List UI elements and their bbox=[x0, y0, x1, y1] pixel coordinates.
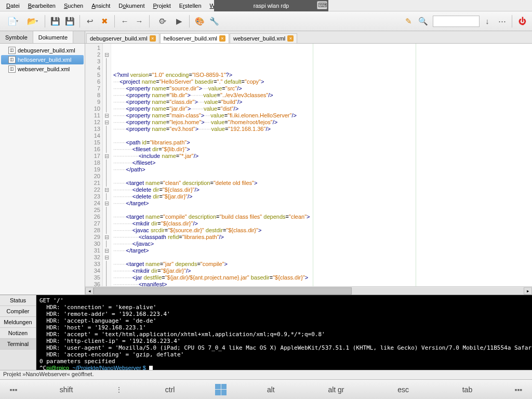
quit-button[interactable]: ⏻ bbox=[515, 15, 529, 28]
osk-left-icon[interactable]: ▪▪▪ bbox=[6, 384, 21, 395]
tab-documents[interactable]: Dokumente bbox=[33, 31, 73, 43]
menu-ansicht[interactable]: Ansicht bbox=[87, 2, 114, 10]
rdp-title-overlay: raspi wlan rdp bbox=[214, 0, 328, 11]
file-tab[interactable]: helloserver_build.xml× bbox=[160, 33, 229, 43]
close-icon[interactable]: × bbox=[150, 35, 156, 42]
osk-tab[interactable]: tab bbox=[448, 382, 487, 397]
main-area: Symbole Dokumente ◫debugserver_build.xml… bbox=[0, 31, 532, 295]
osk-alt[interactable]: alt bbox=[252, 382, 289, 397]
windows-logo-icon[interactable] bbox=[214, 384, 228, 395]
save-all-button[interactable]: 💾 bbox=[63, 15, 76, 28]
goto-line-button[interactable]: ↓ bbox=[481, 15, 494, 28]
editor-area: debugserver_build.xml×helloserver_build.… bbox=[85, 31, 532, 295]
keyboard-icon[interactable] bbox=[317, 1, 327, 9]
nav-back-button[interactable]: ← bbox=[118, 15, 131, 28]
tree-item[interactable]: ◫webserver_build.xml bbox=[0, 64, 85, 74]
bottom-tab-notizen[interactable]: Notizen bbox=[0, 328, 36, 339]
tree-item[interactable]: ◫debugserver_build.xml bbox=[0, 46, 85, 55]
osk-altgr[interactable]: alt gr bbox=[313, 382, 358, 397]
bottom-tab-meldungen[interactable]: Meldungen bbox=[0, 317, 36, 328]
horizontal-scrollbar[interactable]: ◂ ▸ bbox=[85, 286, 532, 295]
close-button[interactable]: ✖ bbox=[98, 15, 111, 28]
osk-shift[interactable]: shift bbox=[45, 382, 88, 397]
code-content[interactable]: <?xml version="1.0" encoding="ISO-8859-1… bbox=[111, 44, 532, 286]
misc-button[interactable]: ⋯ bbox=[495, 15, 509, 28]
on-screen-keyboard: ▪▪▪ shift ⋮ ctrl alt alt gr esc tab ▪▪▪ bbox=[0, 379, 532, 399]
find-button[interactable]: 🔍 bbox=[416, 15, 430, 28]
new-file-button[interactable]: 📄▾ bbox=[3, 15, 22, 28]
bottom-tab-status[interactable]: Status bbox=[0, 295, 36, 306]
document-tree[interactable]: ◫debugserver_build.xml◫helloserver_build… bbox=[0, 44, 85, 295]
scroll-left-arrow[interactable]: ◂ bbox=[85, 287, 94, 295]
jump-button[interactable]: ✎ bbox=[402, 15, 415, 28]
nav-forward-button[interactable]: → bbox=[132, 15, 146, 28]
menu-dokument[interactable]: Dokument bbox=[114, 2, 149, 10]
bottom-panel: StatusCompilerMeldungenNotizenTerminal G… bbox=[0, 295, 532, 370]
separator bbox=[189, 15, 190, 28]
sidebar-tabs: Symbole Dokumente bbox=[0, 31, 85, 44]
file-tab[interactable]: webserver_build.xml× bbox=[230, 33, 297, 43]
bottom-tabs: StatusCompilerMeldungenNotizenTerminal bbox=[0, 295, 36, 370]
save-button[interactable]: 💾 bbox=[48, 15, 62, 28]
search-input[interactable] bbox=[433, 16, 480, 27]
code-editor[interactable]: 1234567891011121314151617181920212223242… bbox=[85, 44, 532, 286]
menu-datei[interactable]: Datei bbox=[2, 2, 24, 10]
osk-dots-icon[interactable]: ⋮ bbox=[112, 384, 126, 395]
separator bbox=[79, 15, 80, 28]
menu-bearbeiten[interactable]: Bearbeiten bbox=[24, 2, 60, 10]
separator bbox=[45, 15, 45, 28]
close-icon[interactable]: × bbox=[287, 35, 294, 42]
menu-erstellen[interactable]: Erstellen bbox=[175, 2, 206, 10]
osk-right-icon[interactable]: ▪▪▪ bbox=[511, 384, 526, 395]
pick-color-button[interactable]: 🎨 bbox=[193, 15, 206, 28]
run-button[interactable]: ▶ bbox=[172, 15, 186, 28]
file-tabs: debugserver_build.xml×helloserver_build.… bbox=[85, 31, 532, 44]
toolbar: 📄▾ 📂▾ 💾 💾 ↩ ✖ ← → ⚙▾ ▶ 🎨 🔧 ✎ 🔍 ↓ ⋯ ⏻ bbox=[0, 11, 532, 31]
separator bbox=[149, 15, 150, 28]
bottom-tab-terminal[interactable]: Terminal bbox=[0, 339, 36, 350]
fold-column[interactable]: ⊟││││││││⊟⊟││││⊟││││⊟│⊟││││⊟│⊟⊟││││││⊟⊟│… bbox=[103, 44, 111, 286]
osk-esc[interactable]: esc bbox=[383, 382, 423, 397]
osk-ctrl[interactable]: ctrl bbox=[151, 382, 190, 397]
separator bbox=[512, 15, 512, 28]
bottom-tab-compiler[interactable]: Compiler bbox=[0, 306, 36, 317]
file-tab[interactable]: debugserver_build.xml× bbox=[86, 33, 159, 43]
separator bbox=[114, 15, 115, 28]
tool-button[interactable]: 🔧 bbox=[207, 15, 221, 28]
close-icon[interactable]: × bbox=[219, 35, 225, 42]
menu-projekt[interactable]: Projekt bbox=[149, 2, 175, 10]
reload-button[interactable]: ↩ bbox=[83, 15, 97, 28]
open-file-button[interactable]: 📂▾ bbox=[23, 15, 42, 28]
build-button[interactable]: ⚙▾ bbox=[153, 15, 171, 28]
terminal-output[interactable]: GET '/' HDR: 'connection' = 'keep-alive'… bbox=[36, 295, 532, 370]
statusbar: Projekt »NanoWebserver« geöffnet. bbox=[0, 370, 532, 379]
scroll-right-arrow[interactable]: ▸ bbox=[524, 287, 532, 295]
line-gutter: 1234567891011121314151617181920212223242… bbox=[85, 44, 103, 286]
menu-suchen[interactable]: Suchen bbox=[60, 2, 87, 10]
sidebar: Symbole Dokumente ◫debugserver_build.xml… bbox=[0, 31, 85, 295]
tree-item[interactable]: ◫helloserver_build.xml bbox=[1, 55, 84, 64]
tab-symbols[interactable]: Symbole bbox=[0, 31, 33, 43]
